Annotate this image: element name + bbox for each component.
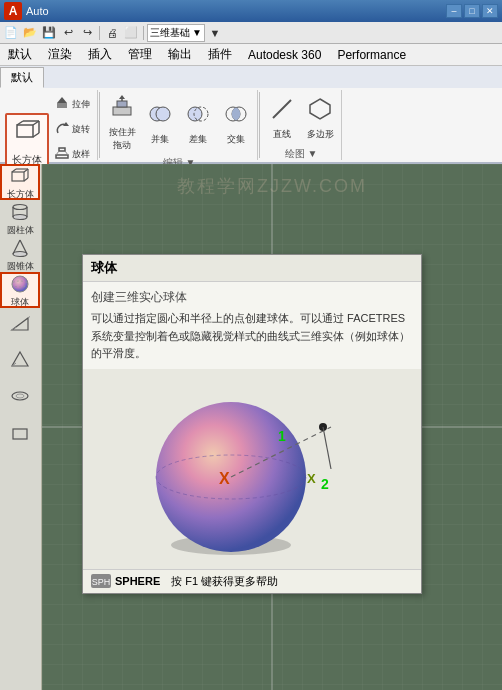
push-pull-button[interactable]: 按住并拖动 xyxy=(104,92,140,155)
new-button[interactable]: 📄 xyxy=(2,24,20,42)
tool-pyramid[interactable] xyxy=(0,344,40,380)
draw-label[interactable]: 绘图 ▼ xyxy=(264,146,338,162)
divider2 xyxy=(259,92,260,158)
redo-button[interactable]: ↪ xyxy=(78,24,96,42)
menu-render[interactable]: 渲染 xyxy=(40,44,80,65)
menu-output[interactable]: 输出 xyxy=(160,44,200,65)
svg-text:A: A xyxy=(9,4,18,18)
line-button[interactable]: 直线 xyxy=(264,92,300,146)
revolve-button[interactable]: 旋转 xyxy=(51,117,94,141)
svg-rect-8 xyxy=(57,103,67,108)
tooltip-footer-command: SPHERE xyxy=(115,575,160,587)
tooltip-body: 创建三维实心球体 可以通过指定圆心和半径上的点创建球体。可以通过 FACETRE… xyxy=(83,282,421,369)
left-panel: 长方体 圆柱体 圆锥体 xyxy=(0,164,42,690)
draw-section-label: 绘图 ▼ xyxy=(285,147,318,161)
tooltip-description: 可以通过指定圆心和半径上的点创建球体。可以通过 FACETRES 系统变量控制着… xyxy=(91,310,413,363)
tool-wedge-icon xyxy=(10,314,30,337)
tab-default[interactable]: 默认 xyxy=(0,67,44,88)
union-button[interactable]: 并集 xyxy=(142,97,178,151)
viewport[interactable]: 教程学网ZJZW.COM 球体 创建三维实心球体 可以通过指定圆心和半径上的点创… xyxy=(42,164,502,690)
plot-button[interactable]: 🖨 xyxy=(103,24,121,42)
svg-line-45 xyxy=(28,315,30,318)
push-pull-icon xyxy=(110,95,134,124)
toolbar-expand-button[interactable]: ▼ xyxy=(206,24,224,42)
tool-box2-icon xyxy=(10,423,30,446)
divider1 xyxy=(99,92,100,158)
tool-box2[interactable] xyxy=(0,416,40,452)
tooltip-illustration: 1 2 X X xyxy=(83,369,421,569)
tool-cone-icon xyxy=(10,238,30,261)
union-label: 并集 xyxy=(151,133,169,146)
svg-text:2: 2 xyxy=(321,476,329,492)
draw-buttons: 直线 多边形 xyxy=(264,92,338,146)
ribbon-panel: 长方体 拉伸 xyxy=(0,88,502,164)
workspace-expand-icon: ▼ xyxy=(192,27,202,38)
line-label: 直线 xyxy=(273,128,291,141)
tool-torus[interactable] xyxy=(0,380,40,416)
menu-bar: 默认 渲染 插入 管理 输出 插件 Autodesk 360 Performan… xyxy=(0,44,502,66)
svg-marker-19 xyxy=(119,95,125,99)
box-icon xyxy=(13,117,41,151)
menu-plugin[interactable]: 插件 xyxy=(200,44,240,65)
save-button[interactable]: 💾 xyxy=(40,24,58,42)
svg-rect-12 xyxy=(59,148,65,151)
menu-insert[interactable]: 插入 xyxy=(80,44,120,65)
subtract-icon xyxy=(186,102,210,131)
polygon-button[interactable]: 多边形 xyxy=(302,92,338,146)
tool-sphere-icon xyxy=(10,274,30,297)
tool-torus-icon xyxy=(10,386,30,409)
svg-text:X: X xyxy=(219,470,230,487)
main-content: 长方体 圆柱体 圆锥体 xyxy=(0,164,502,690)
svg-rect-11 xyxy=(56,155,68,158)
svg-point-38 xyxy=(13,251,27,256)
box-button[interactable]: 长方体 xyxy=(5,113,49,171)
menu-autodesk360[interactable]: Autodesk 360 xyxy=(240,44,329,65)
svg-rect-50 xyxy=(13,429,27,439)
svg-rect-17 xyxy=(117,101,127,107)
3d-view-button[interactable]: ⬜ xyxy=(122,24,140,42)
tool-box-icon xyxy=(10,166,30,189)
subtract-button[interactable]: 差集 xyxy=(180,97,216,151)
close-button[interactable]: ✕ xyxy=(482,4,498,18)
svg-rect-28 xyxy=(12,172,24,181)
intersect-button[interactable]: 交集 xyxy=(218,97,254,151)
extrude-button[interactable]: 拉伸 xyxy=(51,92,94,116)
svg-point-22 xyxy=(188,107,202,121)
svg-text:SPH: SPH xyxy=(92,577,111,587)
tool-cylinder-label: 圆柱体 xyxy=(7,226,34,235)
tooltip-subtitle: 创建三维实心球体 xyxy=(91,288,413,306)
workspace-selector[interactable]: 三维基础 ▼ xyxy=(147,24,205,42)
tool-wedge[interactable] xyxy=(0,308,40,344)
svg-line-6 xyxy=(33,133,39,137)
title-controls: – □ ✕ xyxy=(446,4,498,18)
app-logo: A xyxy=(4,2,22,20)
tool-cylinder[interactable]: 圆柱体 xyxy=(0,200,40,236)
tool-box-label: 长方体 xyxy=(7,190,34,199)
svg-line-26 xyxy=(273,100,291,118)
undo-button[interactable]: ↩ xyxy=(59,24,77,42)
tooltip-footer: SPH SPHERE 按 F1 键获得更多帮助 xyxy=(83,569,421,593)
svg-point-21 xyxy=(156,107,170,121)
tool-cone[interactable]: 圆锥体 xyxy=(0,236,40,272)
quick-toolbar: 📄 📂 💾 ↩ ↪ 🖨 ⬜ 三维基础 ▼ ▼ xyxy=(0,22,502,44)
menu-default[interactable]: 默认 xyxy=(0,44,40,65)
minimize-button[interactable]: – xyxy=(446,4,462,18)
svg-rect-2 xyxy=(17,125,33,137)
menu-manage[interactable]: 管理 xyxy=(120,44,160,65)
open-button[interactable]: 📂 xyxy=(21,24,39,42)
edit-buttons: 按住并拖动 并集 差集 xyxy=(104,92,254,155)
tool-pyramid-icon xyxy=(10,350,30,373)
svg-line-32 xyxy=(24,178,28,181)
subtract-label: 差集 xyxy=(189,133,207,146)
svg-point-35 xyxy=(13,214,27,219)
menu-performance[interactable]: Performance xyxy=(329,44,414,65)
loft-button[interactable]: 放样 xyxy=(51,142,94,166)
maximize-button[interactable]: □ xyxy=(464,4,480,18)
tool-sphere[interactable]: 球体 xyxy=(0,272,40,308)
title-text: Auto xyxy=(26,5,446,17)
svg-point-49 xyxy=(16,394,24,398)
tool-cylinder-icon xyxy=(10,202,30,225)
tool-box[interactable]: 长方体 xyxy=(0,164,40,200)
loft-label: 放样 xyxy=(72,148,90,161)
title-bar: A Auto – □ ✕ xyxy=(0,0,502,22)
